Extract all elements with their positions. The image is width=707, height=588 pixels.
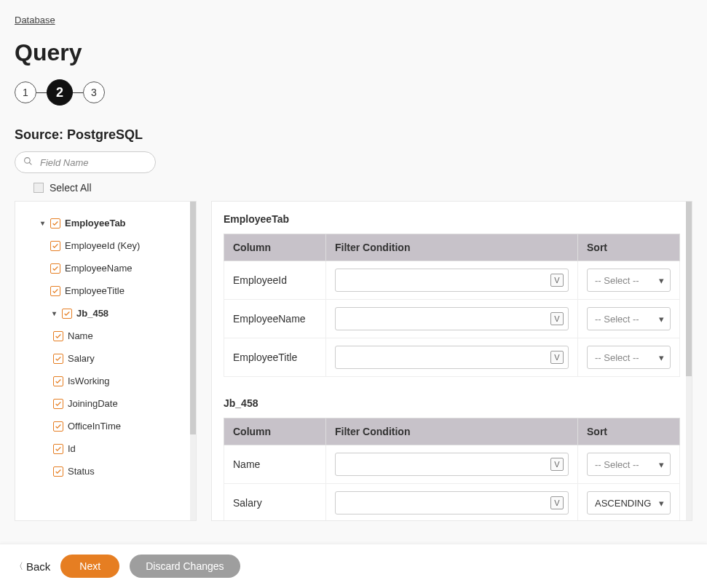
select-value: -- Select -- bbox=[595, 352, 639, 363]
col-header-column: Column bbox=[224, 234, 326, 261]
step-1[interactable]: 1 bbox=[15, 82, 36, 103]
sort-select[interactable]: -- Select --▾ bbox=[587, 346, 671, 369]
checkbox-checked[interactable] bbox=[50, 218, 60, 229]
checkbox-checked[interactable] bbox=[53, 444, 63, 454]
filter-input[interactable]: V bbox=[335, 453, 569, 476]
filter-input[interactable]: V bbox=[335, 346, 569, 369]
select-value: -- Select -- bbox=[595, 459, 639, 470]
tree-label: OfficeInTime bbox=[68, 421, 121, 432]
checkbox-checked[interactable] bbox=[50, 241, 60, 251]
tree-leaf[interactable]: EmployeeName bbox=[21, 257, 190, 279]
tree-label: Status bbox=[68, 466, 95, 477]
grid-jb458: Column Filter Condition Sort Name V -- S… bbox=[224, 418, 680, 520]
cell-column: Salary bbox=[224, 484, 326, 521]
tree-label: EmployeeTab bbox=[65, 218, 126, 229]
sort-select[interactable]: -- Select --▾ bbox=[587, 269, 671, 292]
checkbox-checked[interactable] bbox=[50, 263, 60, 274]
tree-leaf[interactable]: Salary bbox=[21, 347, 190, 370]
checkbox-checked[interactable] bbox=[53, 376, 63, 386]
select-all-label: Select All bbox=[50, 182, 92, 194]
tree-label: IsWorking bbox=[68, 376, 110, 386]
tree-label: Jb_458 bbox=[76, 308, 108, 319]
cell-column: EmployeeTitle bbox=[224, 338, 326, 377]
chevron-down-icon: ▾ bbox=[659, 314, 664, 325]
select-value: ASCENDING bbox=[595, 498, 651, 509]
step-connector bbox=[36, 92, 47, 93]
chevron-down-icon: ▾ bbox=[50, 309, 58, 317]
checkbox-checked[interactable] bbox=[53, 354, 63, 364]
tree-leaf[interactable]: Status bbox=[21, 460, 190, 482]
tree-leaf[interactable]: Id bbox=[21, 437, 190, 460]
sort-select[interactable]: ASCENDING▾ bbox=[587, 491, 671, 514]
chevron-down-icon: ▾ bbox=[659, 459, 664, 470]
breadcrumb-database[interactable]: Database bbox=[15, 15, 55, 25]
scrollbar-thumb[interactable] bbox=[686, 202, 692, 376]
chevron-down-icon: ▾ bbox=[659, 275, 664, 286]
filter-input[interactable]: V bbox=[335, 307, 569, 330]
checkbox-checked[interactable] bbox=[50, 286, 60, 296]
variable-icon[interactable]: V bbox=[550, 312, 564, 325]
source-label: Source: PostgreSQL bbox=[15, 127, 692, 143]
table-row: EmployeeName V -- Select --▾ bbox=[224, 300, 680, 338]
chevron-down-icon: ▾ bbox=[659, 352, 664, 363]
table-row: EmployeeId V -- Select --▾ bbox=[224, 261, 680, 300]
checkbox-checked[interactable] bbox=[53, 331, 63, 341]
tree-node-jb458[interactable]: ▾ Jb_458 bbox=[21, 302, 190, 325]
svg-line-1 bbox=[29, 162, 31, 164]
cell-column: Name bbox=[224, 445, 326, 484]
tree-label: Id bbox=[68, 443, 76, 454]
checkbox-checked[interactable] bbox=[53, 466, 63, 477]
next-button[interactable]: Next bbox=[60, 555, 119, 578]
tree-leaf[interactable]: IsWorking bbox=[21, 370, 190, 392]
variable-icon[interactable]: V bbox=[550, 496, 564, 509]
tree-leaf[interactable]: Name bbox=[21, 325, 190, 347]
col-header-filter: Filter Condition bbox=[326, 418, 578, 445]
variable-icon[interactable]: V bbox=[550, 458, 564, 471]
filter-input[interactable]: V bbox=[335, 269, 569, 292]
col-header-sort: Sort bbox=[578, 418, 680, 445]
tree-label: JoiningDate bbox=[68, 398, 118, 409]
tree-label: EmployeeName bbox=[65, 263, 133, 274]
footer-bar: 〈 Back Next Discard Changes bbox=[0, 544, 707, 588]
tree-leaf[interactable]: EmployeeId (Key) bbox=[21, 234, 190, 257]
svg-point-0 bbox=[25, 158, 31, 164]
step-2[interactable]: 2 bbox=[47, 79, 73, 106]
col-header-filter: Filter Condition bbox=[326, 234, 578, 261]
search-icon bbox=[23, 156, 33, 169]
filter-input[interactable]: V bbox=[335, 491, 569, 514]
table-row: EmployeeTitle V -- Select --▾ bbox=[224, 338, 680, 377]
table-row: Name V -- Select --▾ bbox=[224, 445, 680, 484]
checkbox-checked[interactable] bbox=[62, 309, 72, 319]
back-label: Back bbox=[26, 560, 50, 573]
tree-node-employeetab[interactable]: ▾ EmployeeTab bbox=[21, 212, 190, 234]
grid-employeetab: Column Filter Condition Sort EmployeeId … bbox=[224, 234, 680, 377]
tree-label: Salary bbox=[68, 353, 95, 364]
tree-label: Name bbox=[68, 330, 93, 341]
checkbox-checked[interactable] bbox=[53, 399, 63, 409]
select-value: -- Select -- bbox=[595, 275, 639, 286]
chevron-down-icon: ▾ bbox=[659, 498, 664, 509]
checkbox-checked[interactable] bbox=[53, 421, 63, 432]
variable-icon[interactable]: V bbox=[550, 351, 564, 364]
table-row: Salary V ASCENDING▾ bbox=[224, 484, 680, 521]
step-connector bbox=[73, 92, 83, 93]
step-3[interactable]: 3 bbox=[83, 82, 105, 103]
variable-icon[interactable]: V bbox=[550, 274, 564, 287]
sort-select[interactable]: -- Select --▾ bbox=[587, 307, 671, 330]
column-config-panel: EmployeeTab Column Filter Condition Sort… bbox=[211, 201, 692, 521]
sort-select[interactable]: -- Select --▾ bbox=[587, 453, 671, 476]
tree-label: EmployeeTitle bbox=[65, 285, 125, 296]
search-input[interactable] bbox=[15, 151, 156, 173]
select-all-checkbox[interactable] bbox=[33, 183, 44, 193]
back-button[interactable]: 〈 Back bbox=[15, 560, 50, 573]
cell-column: EmployeeName bbox=[224, 300, 326, 338]
col-header-sort: Sort bbox=[578, 234, 680, 261]
chevron-left-icon: 〈 bbox=[15, 560, 23, 573]
tree-leaf[interactable]: JoiningDate bbox=[21, 392, 190, 415]
tree-leaf[interactable]: EmployeeTitle bbox=[21, 279, 190, 302]
scrollbar-thumb[interactable] bbox=[190, 202, 196, 434]
tree-label: EmployeeId (Key) bbox=[65, 240, 140, 251]
stepper: 1 2 3 bbox=[15, 79, 692, 106]
tree-leaf[interactable]: OfficeInTime bbox=[21, 415, 190, 437]
discard-button[interactable]: Discard Changes bbox=[130, 555, 240, 578]
